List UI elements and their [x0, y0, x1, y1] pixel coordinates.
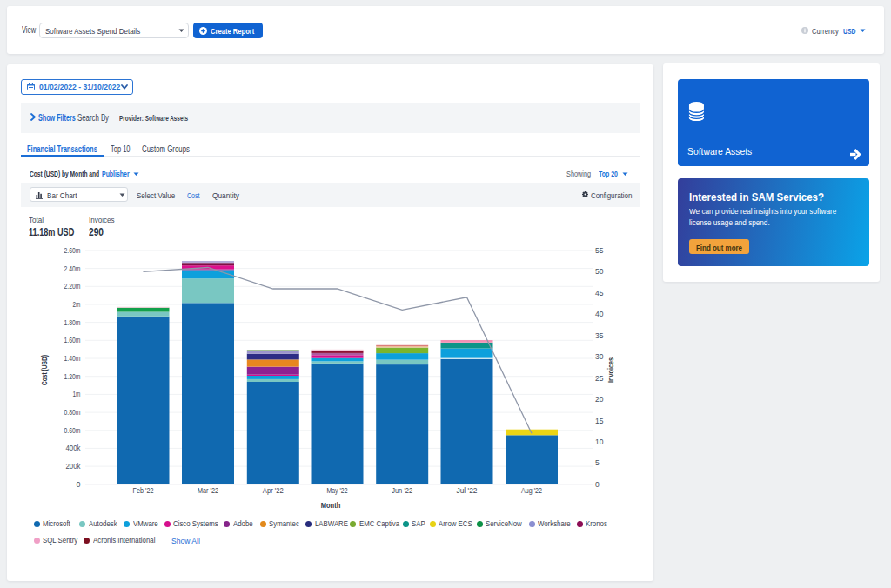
- svg-text:Jul '22: Jul '22: [457, 486, 478, 495]
- svg-text:0: 0: [77, 480, 81, 489]
- svg-text:1m: 1m: [73, 390, 81, 398]
- svg-text:0.60m: 0.60m: [64, 426, 81, 435]
- svg-text:5: 5: [595, 458, 600, 467]
- svg-text:1.40m: 1.40m: [64, 354, 81, 363]
- svg-text:20: 20: [595, 395, 604, 404]
- svg-text:40: 40: [595, 310, 604, 318]
- svg-text:2.20m: 2.20m: [64, 282, 81, 291]
- svg-text:1.60m: 1.60m: [64, 336, 81, 344]
- svg-text:Invoices: Invoices: [606, 357, 615, 383]
- svg-text:Month: Month: [321, 501, 341, 510]
- svg-text:400k: 400k: [66, 444, 82, 452]
- svg-text:55: 55: [595, 246, 604, 255]
- svg-text:May '22: May '22: [327, 486, 348, 495]
- svg-text:0.80m: 0.80m: [64, 408, 81, 417]
- svg-text:50: 50: [595, 267, 604, 276]
- svg-text:2m: 2m: [73, 300, 81, 309]
- svg-text:0: 0: [595, 480, 600, 489]
- svg-text:35: 35: [595, 331, 604, 340]
- svg-text:Feb '22: Feb '22: [133, 486, 154, 495]
- svg-text:1.20m: 1.20m: [64, 372, 81, 381]
- svg-text:25: 25: [595, 374, 604, 383]
- svg-text:Mar '22: Mar '22: [198, 486, 218, 495]
- svg-text:Aug '22: Aug '22: [521, 486, 542, 495]
- svg-text:2.40m: 2.40m: [64, 264, 81, 273]
- svg-text:2.60m: 2.60m: [64, 246, 81, 255]
- svg-text:10: 10: [595, 438, 604, 446]
- svg-text:200k: 200k: [66, 462, 82, 471]
- svg-text:Cost (USD): Cost (USD): [40, 355, 49, 385]
- svg-text:Jun '22: Jun '22: [392, 486, 412, 495]
- svg-text:30: 30: [595, 352, 604, 361]
- svg-text:Apr '22: Apr '22: [263, 486, 284, 495]
- svg-text:15: 15: [595, 417, 604, 425]
- svg-text:45: 45: [595, 289, 604, 297]
- svg-text:1.80m: 1.80m: [64, 318, 81, 327]
